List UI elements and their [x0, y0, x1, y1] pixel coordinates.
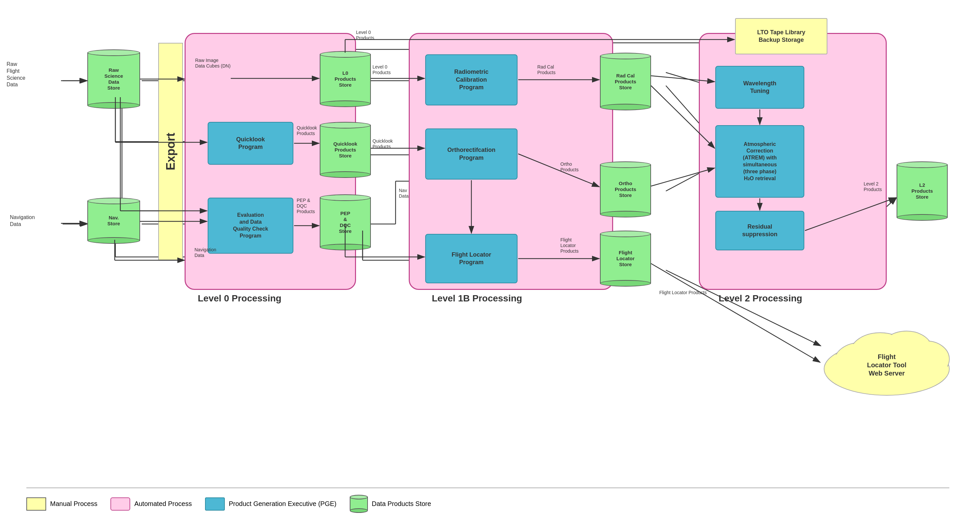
- legend-manual: Manual Process: [26, 497, 97, 511]
- ortho-program: OrthorectifcationProgram: [425, 129, 517, 179]
- raw-image-label: Raw ImageData Cubes (DN): [195, 58, 231, 69]
- rad-cal-products-store: Rad CalProductsStore: [600, 53, 651, 110]
- l0-products-store: L0ProductsStore: [320, 51, 371, 107]
- flight-locator-products2-label: Flight Locator Products: [659, 290, 707, 295]
- navigation-data-label: NavigationData: [10, 214, 35, 228]
- quicklook-products-store: QuicklookProductsStore: [320, 122, 371, 178]
- residual-suppression: Residualsuppression: [715, 211, 804, 250]
- diagram-container: Level 0 Processing Level 1B Processing L…: [0, 0, 980, 532]
- quicklook-program: QuicklookProgram: [208, 122, 293, 165]
- ortho-products-store: OrthoProductsStore: [600, 161, 651, 218]
- level0-products-label: Level 0Products: [372, 64, 391, 75]
- legend-automated-label: Automated Process: [134, 500, 192, 508]
- level0-products-top-label: Level 0Products: [356, 30, 374, 41]
- svg-text:Web Server: Web Server: [869, 370, 905, 377]
- navigation-data2-label: NavigationData: [194, 247, 216, 258]
- legend-data-store: Data Products Store: [350, 495, 431, 513]
- ortho-products-label: OrthoProducts: [560, 161, 579, 173]
- lto-box: LTO Tape LibraryBackup Storage: [735, 18, 827, 54]
- rad-cal-products-label: Rad CalProducts: [537, 64, 555, 75]
- nav-data-label: NavData: [399, 188, 409, 199]
- legend-data-store-label: Data Products Store: [372, 500, 431, 508]
- legend-cyl-wrap: [350, 495, 368, 513]
- export-box: Export: [158, 43, 183, 260]
- atm-correction: AtmosphericCorrection(ATREM) withsimulta…: [715, 125, 804, 198]
- rad-cal-program: RadiometricCalibrationProgram: [425, 54, 517, 105]
- eval-dqc-program: Evaluationand DataQuality CheckProgram: [208, 198, 293, 254]
- legend-pge-label: Product Generation Executive (PGE): [229, 500, 337, 508]
- level2-label: Level 2 Processing: [719, 293, 802, 304]
- flight-locator-store: FlightLocatorStore: [600, 230, 651, 287]
- quicklook-products2-label: QuicklookProducts: [372, 138, 393, 149]
- svg-point-44: [904, 341, 949, 376]
- svg-text:Flight: Flight: [878, 353, 896, 360]
- cloud-svg: Flight Locator Tool Web Server: [821, 313, 953, 402]
- legend-automated-box: [110, 497, 130, 511]
- level1b-label: Level 1B Processing: [432, 293, 522, 304]
- wavelength-tuning: WavelengthTuning: [715, 66, 804, 109]
- legend-manual-box: [26, 497, 46, 511]
- l2-products-store: L2ProductsStore: [897, 161, 948, 221]
- nav-store: Nav.Store: [88, 198, 140, 244]
- raw-flight-label: RawFlightScienceData: [6, 61, 25, 88]
- svg-text:Locator Tool: Locator Tool: [867, 361, 907, 368]
- quicklook-products-label: QuicklookProducts: [297, 125, 317, 137]
- pep-dqc-products-label: PEP &DQCProducts: [297, 198, 315, 214]
- legend-pge-box: [205, 497, 225, 511]
- legend: Manual Process Automated Process Product…: [26, 488, 949, 513]
- pep-dqc-store: PEP&DQCStore: [320, 194, 371, 250]
- raw-science-store: RawScienceDataStore: [88, 49, 140, 109]
- legend-manual-label: Manual Process: [50, 500, 97, 508]
- flight-locator-program: Flight LocatorProgram: [425, 234, 517, 283]
- legend-pge: Product Generation Executive (PGE): [205, 497, 337, 511]
- flight-locator-products-label: FlightLocatorProducts: [560, 237, 579, 254]
- legend-automated: Automated Process: [110, 497, 192, 511]
- level2-products-label: Level 2Products: [864, 181, 882, 192]
- level0-label: Level 0 Processing: [198, 293, 282, 304]
